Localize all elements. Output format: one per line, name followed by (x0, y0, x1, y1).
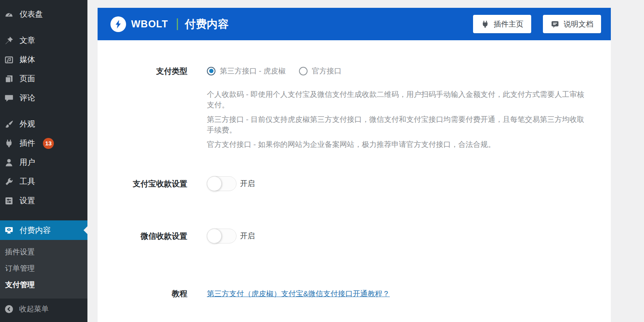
description-third-party: 第三方接口 - 目前仅支持虎皮椒第三方支付接口，微信支付和支付宝接口均需要付费开… (207, 114, 589, 135)
dashboard-icon (4, 9, 14, 20)
menu-separator (0, 210, 87, 220)
toggle-knob (207, 229, 222, 243)
sliders-icon (4, 195, 14, 206)
wbolt-logo (110, 16, 126, 32)
description-official: 官方支付接口 - 如果你的网站为企业备案网站，极力推荐申请官方支付接口，合法合规… (207, 139, 589, 150)
admin-sidebar: 仪表盘 文章 媒体 页面 (0, 0, 87, 322)
page-title: 付费内容 (185, 17, 229, 32)
submenu-item-label: 插件设置 (5, 247, 35, 257)
main-content: WBOLT 付费内容 插件主页 说明文档 支付类型 (98, 8, 611, 322)
pages-icon (4, 73, 14, 84)
submenu-item-payment-management[interactable]: 支付管理 (0, 277, 87, 293)
wechat-settings-row: 微信收款设置 开启 (98, 229, 611, 243)
sidebar-item-comments[interactable]: 评论 (0, 88, 87, 107)
sidebar-item-media[interactable]: 媒体 (0, 50, 87, 69)
plug-icon (4, 138, 14, 148)
collapse-menu-label: 收起菜单 (19, 304, 49, 314)
tutorial-link[interactable]: 第三方支付（虎皮椒）支付宝&微信支付接口开通教程？ (207, 289, 390, 299)
submenu-item-plugin-settings[interactable]: 插件设置 (0, 244, 87, 260)
sidebar-item-label: 用户 (20, 157, 35, 168)
submenu-item-label: 订单管理 (5, 263, 35, 274)
sidebar-item-label: 评论 (20, 93, 35, 103)
plug-icon (481, 20, 489, 29)
screen: 仪表盘 文章 媒体 页面 (0, 0, 644, 322)
collapse-arrow-icon (4, 304, 14, 315)
radio-official[interactable]: 官方接口 (299, 66, 342, 76)
comment-icon (4, 93, 14, 103)
sidebar-item-dashboard[interactable]: 仪表盘 (0, 5, 87, 24)
plugin-header-banner: WBOLT 付费内容 插件主页 说明文档 (98, 8, 611, 40)
sidebar-item-label: 外观 (20, 119, 35, 129)
alipay-toggle[interactable] (207, 176, 237, 191)
submenu-item-label: 支付管理 (5, 280, 35, 290)
paid-content-submenu: 插件设置 订单管理 支付管理 (0, 240, 87, 299)
sidebar-item-tools[interactable]: 工具 (0, 172, 87, 191)
sidebar-item-label: 付费内容 (20, 225, 51, 236)
radio-third-party[interactable]: 第三方接口 - 虎皮椒 (207, 66, 286, 76)
media-icon (4, 54, 14, 65)
sidebar-item-pages[interactable]: 页面 (0, 69, 87, 88)
sidebar-item-label: 页面 (20, 73, 35, 84)
sidebar-item-label: 媒体 (20, 54, 35, 65)
description-personal-qr: 个人收款码 - 即使用个人支付宝及微信支付生成收款二维码，用户扫码手动输入金额支… (207, 89, 589, 110)
admin-menu: 仪表盘 文章 媒体 页面 (0, 0, 87, 240)
settings-panel: 支付类型 第三方接口 - 虎皮椒 官方接口 个人收款码 - 即使用个人支付宝及微… (98, 40, 611, 322)
radio-label: 第三方接口 - 虎皮椒 (220, 66, 286, 76)
sidebar-item-appearance[interactable]: 外观 (0, 114, 87, 134)
alipay-settings-row: 支付宝收款设置 开启 (98, 176, 611, 191)
plugin-home-button[interactable]: 插件主页 (473, 15, 531, 33)
documentation-label: 说明文档 (564, 19, 593, 29)
header-buttons: 插件主页 说明文档 (473, 15, 601, 33)
document-icon (551, 20, 559, 29)
brand-name: WBOLT (131, 18, 168, 30)
paid-content-icon (4, 225, 14, 236)
collapse-menu-button[interactable]: 收起菜单 (0, 300, 87, 318)
documentation-button[interactable]: 说明文档 (543, 15, 601, 33)
title-divider (177, 18, 178, 30)
payment-type-options: 第三方接口 - 虎皮椒 官方接口 (207, 66, 342, 76)
brush-icon (4, 119, 14, 129)
sidebar-item-plugins[interactable]: 插件 13 (0, 134, 87, 153)
user-icon (4, 157, 14, 168)
plugins-update-badge: 13 (43, 138, 54, 149)
sidebar-item-posts[interactable]: 文章 (0, 31, 87, 50)
sidebar-item-paid-content[interactable]: 付费内容 (0, 220, 87, 240)
alipay-toggle-label: 开启 (240, 179, 255, 189)
menu-separator (0, 24, 87, 31)
tutorial-label: 教程 (98, 288, 187, 299)
tutorial-row: 教程 第三方支付（虎皮椒）支付宝&微信支付接口开通教程？ (98, 288, 611, 299)
payment-type-descriptions: 个人收款码 - 即使用个人支付宝及微信支付生成收款二维码，用户扫码手动输入金额支… (207, 89, 589, 150)
sidebar-item-label: 插件 (20, 138, 35, 148)
menu-separator (0, 107, 87, 114)
alipay-settings-label: 支付宝收款设置 (98, 179, 187, 189)
sidebar-item-label: 文章 (20, 35, 35, 46)
wechat-toggle-label: 开启 (240, 231, 255, 241)
plugin-home-label: 插件主页 (494, 19, 523, 29)
payment-type-row: 支付类型 第三方接口 - 虎皮椒 官方接口 (98, 65, 611, 77)
sidebar-item-label: 设置 (20, 195, 35, 206)
wrench-icon (4, 176, 14, 187)
sidebar-item-users[interactable]: 用户 (0, 153, 87, 172)
radio-circle-icon (299, 67, 308, 75)
radio-label: 官方接口 (312, 66, 342, 76)
wechat-toggle[interactable] (207, 229, 237, 243)
pin-icon (4, 35, 14, 46)
sidebar-item-label: 工具 (20, 176, 35, 187)
sidebar-item-settings[interactable]: 设置 (0, 191, 87, 210)
payment-type-label: 支付类型 (98, 65, 187, 77)
submenu-item-order-management[interactable]: 订单管理 (0, 260, 87, 277)
toggle-knob (207, 176, 222, 191)
wechat-settings-label: 微信收款设置 (98, 231, 187, 242)
radio-circle-checked-icon (207, 67, 215, 75)
sidebar-item-label: 仪表盘 (20, 9, 43, 20)
